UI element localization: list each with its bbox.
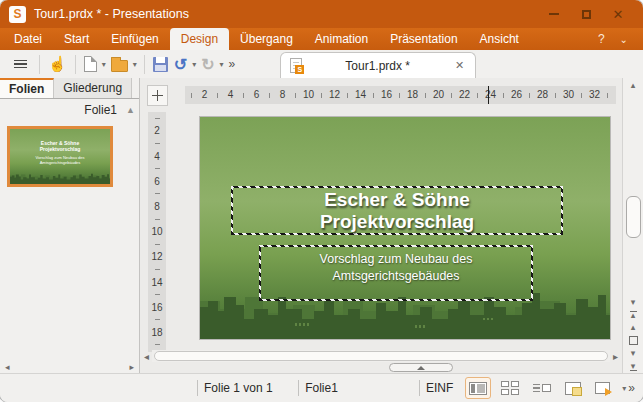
tab-gliederung[interactable]: Gliederung — [54, 78, 132, 98]
scroll-right-icon[interactable]: ▸ — [613, 351, 618, 362]
ruler-origin-button[interactable] — [147, 85, 168, 106]
ruler-tick — [549, 86, 562, 104]
next-slide-button[interactable]: ▾ — [625, 347, 642, 360]
new-document-button[interactable] — [81, 52, 100, 76]
new-document-dropdown[interactable]: ▾ — [100, 60, 108, 69]
canvas-vertical-scrollbar[interactable]: ▴ ▾ ▴ ▴ ▾ ▾ — [622, 78, 643, 373]
subtitle-textbox[interactable]: Vorschlag zum Neubau des Amtsgerichtsgeb… — [259, 245, 533, 301]
horizontal-scroll-thumb[interactable] — [154, 351, 608, 361]
ruler-number: 2 — [154, 125, 160, 138]
ruler-number: 20 — [432, 86, 445, 104]
outline-view-icon — [533, 384, 551, 393]
ruler-tick — [497, 86, 510, 104]
ruler-number: 4 — [154, 150, 160, 163]
menu-präsentation[interactable]: Präsentation — [379, 28, 468, 50]
ruler-tick — [211, 86, 224, 104]
document-tab-close-icon[interactable]: ✕ — [453, 59, 466, 72]
ruler-tick — [289, 86, 302, 104]
last-slide-button[interactable]: ▾ — [625, 360, 642, 373]
previous-slide-button[interactable]: ▴ — [625, 321, 642, 334]
ruler-tick — [237, 86, 250, 104]
menu-datei[interactable]: Datei — [3, 28, 53, 50]
tab-folien[interactable]: Folien — [0, 78, 54, 98]
window-title: Tour1.prdx * - Presentations — [34, 7, 189, 21]
toolbar-separator — [39, 55, 40, 74]
panel-scroll-left-icon[interactable]: ◂ — [5, 362, 10, 372]
document-tab-label: Tour1.prdx * — [308, 59, 447, 73]
minimize-icon — [549, 13, 559, 15]
panel-horizontal-scrollbar[interactable]: ◂ ▸ — [0, 360, 139, 373]
menu-ansicht[interactable]: Ansicht — [469, 28, 530, 50]
help-button[interactable]: ? — [598, 32, 605, 46]
menu-übergang[interactable]: Übergang — [229, 28, 304, 50]
slide-position-status: Folie 1 von 1 — [198, 381, 298, 395]
toolbar-separator — [144, 55, 145, 74]
ruler-number: 32 — [588, 86, 601, 104]
subtitle-line-2: Amtsgerichtsgebäudes — [261, 268, 531, 285]
scroll-up-icon[interactable]: ▴ — [631, 78, 636, 91]
slide-thumbnail[interactable]: Escher & SöhneProjektvorschlag Vorschlag… — [7, 126, 113, 187]
ruler-number: 14 — [151, 276, 162, 289]
toolbar-overflow-button[interactable]: » — [226, 57, 239, 71]
ruler-number: 12 — [328, 86, 341, 104]
scroll-left-icon[interactable]: ◂ — [144, 351, 149, 362]
ruler-number: 22 — [458, 86, 471, 104]
title-line-1: Escher & Söhne — [233, 189, 561, 211]
window-controls: ✕ — [538, 2, 634, 26]
statusbar-overflow-button[interactable]: » — [628, 381, 635, 395]
ruler-tick — [601, 86, 614, 104]
splitter-collapse-handle[interactable] — [389, 363, 453, 372]
vertical-ruler[interactable]: 24681012141618 — [148, 112, 166, 352]
first-slide-button[interactable]: ▴ — [625, 308, 642, 321]
menu-start[interactable]: Start — [53, 28, 100, 50]
toolbar-separator — [75, 55, 76, 74]
ruler-tick — [155, 112, 160, 125]
document-tab[interactable]: S Tour1.prdx * ✕ — [280, 52, 476, 78]
ruler-tick — [155, 188, 160, 201]
scroll-down-icon[interactable]: ▾ — [631, 295, 636, 308]
menu-design[interactable]: Design — [170, 28, 229, 50]
select-tool-button[interactable]: ☝ — [45, 52, 70, 76]
menu-einfügen[interactable]: Einfügen — [100, 28, 169, 50]
ruler-tick — [471, 86, 484, 104]
quick-menu-button[interactable] — [7, 52, 34, 76]
notes-view-button[interactable] — [561, 377, 585, 399]
redo-button[interactable]: ↻ — [198, 52, 217, 76]
menu-animation[interactable]: Animation — [304, 28, 379, 50]
ruler-tick — [155, 263, 160, 276]
open-button[interactable] — [108, 52, 131, 76]
undo-dropdown[interactable]: ▾ — [190, 60, 198, 69]
vertical-scroll-track[interactable] — [623, 91, 643, 295]
slide-sorter-view-button[interactable] — [497, 377, 523, 399]
ruler-tick — [419, 86, 432, 104]
canvas-horizontal-scrollbar[interactable]: ◂ ▸ — [144, 349, 618, 363]
vertical-scroll-thumb[interactable] — [626, 196, 641, 238]
slide-editing-surface[interactable]: Escher & Söhne Projektvorschlag Vorschla… — [200, 117, 610, 339]
hand-pointer-icon: ☝ — [48, 55, 67, 73]
maximize-button[interactable] — [570, 2, 602, 26]
horizontal-ruler[interactable]: 2468101214161820222426283032 — [185, 86, 616, 104]
redo-dropdown[interactable]: ▾ — [218, 60, 226, 69]
horizontal-scroll-track[interactable] — [152, 350, 610, 362]
title-textbox[interactable]: Escher & Söhne Projektvorschlag — [231, 186, 563, 235]
ruler-number: 10 — [302, 86, 315, 104]
save-button[interactable] — [150, 52, 171, 76]
close-button[interactable]: ✕ — [602, 2, 634, 26]
notes-view-icon — [565, 382, 581, 395]
ruler-tick — [155, 137, 160, 150]
insert-mode-status[interactable]: EINF — [420, 381, 459, 395]
ruler-number: 6 — [250, 86, 263, 104]
open-dropdown[interactable]: ▾ — [131, 60, 139, 69]
ruler-number: 14 — [354, 86, 367, 104]
ruler-number: 18 — [151, 326, 162, 339]
undo-button[interactable]: ↺ — [171, 52, 190, 76]
panel-scroll-right-icon[interactable]: ▸ — [129, 362, 134, 372]
slide-browser-button[interactable] — [625, 334, 642, 347]
start-presentation-button[interactable] — [591, 377, 614, 399]
normal-view-button[interactable] — [465, 377, 491, 399]
minimize-button[interactable] — [538, 2, 570, 26]
outline-view-button[interactable] — [529, 377, 555, 399]
panel-scroll-up-icon[interactable]: ▲ — [126, 105, 135, 115]
collapse-ribbon-icon[interactable]: ⌄ — [620, 34, 628, 45]
presentation-dropdown[interactable]: ▾ — [620, 384, 628, 393]
